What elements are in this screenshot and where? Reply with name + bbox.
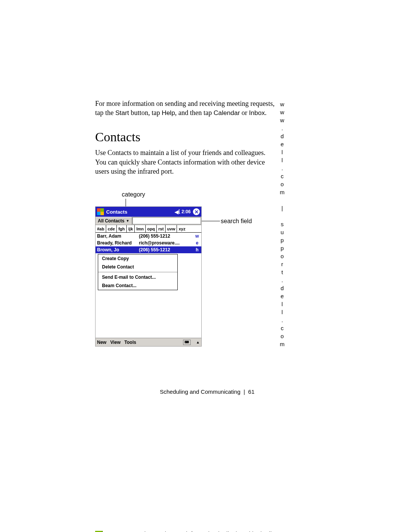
contact-name: Bready, Richard: [97, 240, 139, 246]
contact-tag: e: [194, 240, 200, 246]
az-tab[interactable]: opq: [146, 225, 157, 232]
contact-row[interactable]: Barr, Adam (206) 555-1212 w: [96, 233, 201, 240]
contact-name: Brown, Jo: [97, 247, 139, 252]
contact-tag: w: [194, 233, 200, 239]
az-tab[interactable]: uvw: [166, 225, 177, 232]
footer-page-number: 61: [248, 388, 255, 395]
titlebar: Contacts ◀ἰ 2:06 ✕: [96, 207, 201, 217]
contact-value: rich@proseware....: [139, 240, 194, 246]
close-icon[interactable]: ✕: [193, 208, 200, 215]
callout-search-line: [202, 221, 220, 221]
intro-mid2: , and then tap: [175, 109, 213, 117]
az-tab[interactable]: rst: [157, 225, 166, 232]
note-label: NOTE:: [107, 530, 133, 532]
search-input[interactable]: [132, 217, 201, 224]
contact-value: (206) 555-1212: [139, 233, 194, 239]
contact-name: Barr, Adam: [97, 233, 139, 239]
page-content: For more information on sending and rece…: [95, 99, 320, 532]
az-tab[interactable]: ijk: [127, 225, 135, 232]
footer-separator: |: [242, 388, 247, 395]
contact-row[interactable]: Bready, Richard rich@proseware.... e: [96, 240, 201, 246]
alphabet-tabs: #ab cde fgh ijk lmn opq rst uvw xyz: [96, 225, 201, 233]
context-menu: Create Copy Delete Contact Send E-mail t…: [98, 254, 178, 290]
menu-create-copy[interactable]: Create Copy: [98, 254, 177, 263]
page-footer: Scheduling and Communicating | 61: [160, 388, 255, 395]
az-tab[interactable]: #ab: [96, 225, 106, 232]
bottom-bar: New View Tools ⌨ ▲: [96, 338, 201, 346]
softkey-view[interactable]: View: [110, 340, 121, 345]
menu-separator: [98, 272, 177, 272]
keyboard-icon[interactable]: ⌨: [183, 340, 191, 345]
footer-chapter: Scheduling and Communicating: [160, 388, 241, 395]
section-heading: Contacts: [95, 130, 320, 144]
intro-end: .: [265, 109, 267, 117]
contact-value: (206) 555-1212: [139, 247, 194, 252]
title-text: Contacts: [106, 209, 175, 215]
intro-start: Start: [115, 109, 129, 117]
chevron-down-icon: ▼: [126, 219, 129, 223]
note-block: NOTE: To change the way information is d…: [95, 530, 282, 532]
callout-search-label: search field: [221, 218, 252, 225]
contact-row-selected[interactable]: Brown, Jo (206) 555-1212 h: [96, 246, 201, 253]
device-screenshot: Contacts ◀ἰ 2:06 ✕ All Contacts ▼ #ab cd…: [95, 206, 202, 347]
device-figure: category search field Contacts ◀ἰ 2:06 ✕…: [95, 191, 320, 351]
speaker-icon[interactable]: ◀ἰ: [175, 209, 180, 215]
filter-row: All Contacts ▼: [96, 217, 201, 225]
intro-paragraph: For more information on sending and rece…: [95, 99, 278, 118]
intro-calendar: Calendar: [213, 109, 240, 117]
intro-inbox: Inbox: [249, 109, 265, 117]
menu-beam-contact[interactable]: Beam Contact...: [98, 281, 177, 290]
up-arrow-icon[interactable]: ▲: [196, 340, 200, 344]
softkey-new[interactable]: New: [97, 340, 107, 345]
intro-help: Help: [162, 109, 175, 117]
contact-tag: h: [194, 247, 200, 252]
menu-send-email[interactable]: Send E-mail to Contact...: [98, 273, 177, 281]
az-tab[interactable]: xyz: [177, 225, 187, 232]
az-tab[interactable]: lmn: [135, 225, 146, 232]
softkey-tools[interactable]: Tools: [124, 340, 136, 345]
category-dropdown[interactable]: All Contacts ▼: [96, 217, 132, 225]
menu-delete-contact[interactable]: Delete Contact: [98, 263, 177, 271]
az-tab[interactable]: fgh: [117, 225, 127, 232]
intro-or: or: [240, 109, 249, 117]
callout-category-label: category: [122, 191, 145, 198]
note-text: NOTE: To change the way information is d…: [107, 530, 282, 532]
category-dropdown-label: All Contacts: [98, 218, 124, 224]
clock[interactable]: 2:06: [182, 209, 191, 214]
az-tab[interactable]: cde: [106, 225, 117, 232]
body-paragraph: Use Contacts to maintain a list of your …: [95, 148, 278, 176]
windows-icon[interactable]: [97, 208, 104, 215]
callout-category-line: [126, 199, 126, 207]
intro-mid1: button, tap: [129, 109, 162, 117]
